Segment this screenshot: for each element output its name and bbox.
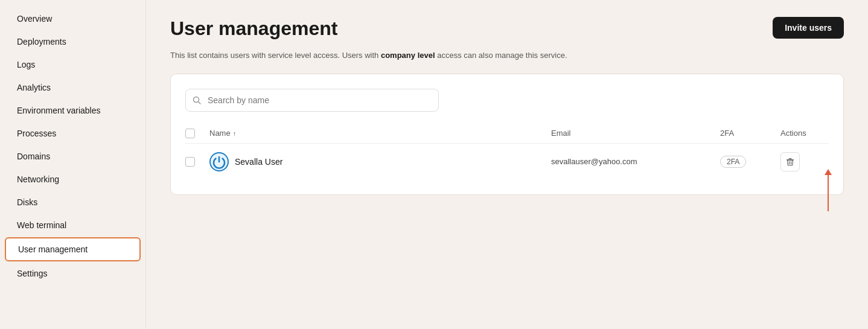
user-2fa-cell: 2FA [720,156,780,168]
user-name: Sevalla User [235,157,282,167]
user-action-cell [780,152,829,171]
sidebar-item-logs[interactable]: Logs [5,54,141,75]
svg-line-1 [199,101,201,104]
row-checkbox[interactable] [185,157,195,167]
search-input[interactable] [185,89,439,112]
col-name-header: Name ↑ [209,129,551,138]
arrow-head [825,169,832,175]
subtitle-text: This list contains users with service le… [170,50,844,62]
sidebar-item-overview[interactable]: Overview [5,8,141,30]
subtitle-before: This list contains users with service le… [170,51,381,60]
row-checkbox-cell [185,157,209,167]
table-header: Name ↑ Email 2FA Actions [185,124,829,144]
subtitle-after: access can also manage this service. [435,51,567,60]
sidebar-item-web-terminal[interactable]: Web terminal [5,214,141,236]
user-name-cell: Sevalla User [209,152,551,171]
col-2fa-header: 2FA [720,129,780,138]
svg-rect-4 [789,158,792,159]
arrow-annotation [825,169,832,211]
select-all-checkbox[interactable] [185,129,195,138]
col-email-header: Email [551,129,720,138]
page-title: User management [170,17,337,40]
arrow-shaft [828,175,829,211]
sidebar-item-networking[interactable]: Networking [5,168,141,190]
user-avatar [209,152,229,171]
search-wrapper [185,89,439,112]
user-email: sevallauser@yahoo.com [551,157,720,166]
main-content: User management Invite users This list c… [146,0,868,329]
sidebar-item-processes[interactable]: Processes [5,123,141,144]
col-actions-header: Actions [780,129,829,138]
2fa-badge: 2FA [720,156,746,168]
sort-icon[interactable]: ↑ [233,130,237,137]
user-table-card: Name ↑ Email 2FA Actions Sevalla U [170,74,844,195]
select-all-checkbox-cell [185,129,209,138]
invite-users-button[interactable]: Invite users [773,17,844,39]
sidebar-item-settings[interactable]: Settings [5,263,141,284]
sidebar: Overview Deployments Logs Analytics Envi… [0,0,146,329]
sidebar-item-domains[interactable]: Domains [5,145,141,167]
page-header: User management Invite users [170,17,844,40]
search-icon [193,96,201,104]
subtitle-bold: company level [381,51,435,60]
table-row: Sevalla User sevallauser@yahoo.com 2FA [185,144,829,180]
sidebar-item-user-management[interactable]: User management [5,237,141,261]
sidebar-item-disks[interactable]: Disks [5,191,141,213]
sidebar-item-deployments[interactable]: Deployments [5,31,141,53]
sidebar-item-env-vars[interactable]: Environment variables [5,100,141,121]
col-name-label: Name [209,129,231,138]
sidebar-item-analytics[interactable]: Analytics [5,77,141,98]
delete-user-button[interactable] [780,152,800,171]
